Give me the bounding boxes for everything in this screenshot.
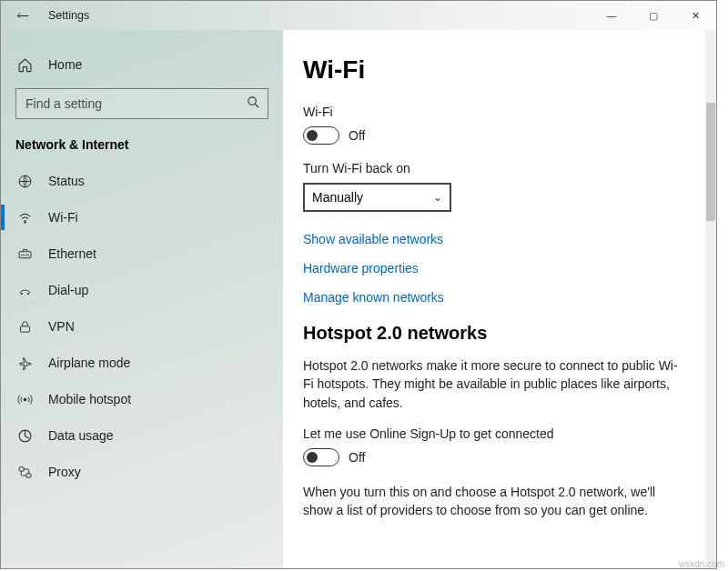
sidebar-item-hotspot[interactable]: Mobile hotspot xyxy=(1,381,283,417)
content-area: Home Network & Internet Status Wi-Fi xyxy=(1,30,716,568)
main-pane: Wi-Fi Wi-Fi Off Turn Wi-Fi back on Manua… xyxy=(283,30,716,568)
sidebar-item-proxy[interactable]: Proxy xyxy=(1,454,283,490)
svg-point-7 xyxy=(24,398,26,401)
minimize-button[interactable]: — xyxy=(591,1,632,30)
toggle-switch-icon xyxy=(303,126,339,145)
hotspot-icon xyxy=(15,392,34,407)
dropdown-value: Manually xyxy=(312,190,363,205)
chevron-down-icon: ⌄ xyxy=(433,191,442,204)
nav-home-label: Home xyxy=(48,57,82,72)
wifi-icon xyxy=(15,210,34,225)
sidebar-item-ethernet[interactable]: Ethernet xyxy=(1,235,283,272)
sidebar-item-dialup[interactable]: Dial-up xyxy=(1,272,283,308)
svg-point-2 xyxy=(24,221,25,222)
settings-window: 🡐 Settings — ▢ ✕ Home xyxy=(0,0,717,569)
sidebar-item-label: Dial-up xyxy=(48,283,88,297)
search-wrap xyxy=(15,88,268,119)
back-button[interactable]: 🡐 xyxy=(8,1,37,30)
sidebar-item-label: Status xyxy=(48,174,85,188)
wifi-toggle-state: Off xyxy=(349,128,365,143)
sidebar-item-airplane[interactable]: Airplane mode xyxy=(1,345,283,381)
maximize-button[interactable]: ▢ xyxy=(632,1,674,30)
page-title: Wi-Fi xyxy=(303,55,696,85)
vpn-icon xyxy=(15,319,34,335)
turn-back-label: Turn Wi-Fi back on xyxy=(303,161,696,175)
sidebar-item-label: Mobile hotspot xyxy=(48,392,131,406)
titlebar: 🡐 Settings — ▢ ✕ xyxy=(1,1,716,30)
signup-label: Let me use Online Sign-Up to get connect… xyxy=(303,426,696,441)
wifi-toggle[interactable]: Off xyxy=(303,126,696,145)
scrollbar-track[interactable] xyxy=(705,30,716,568)
window-title: Settings xyxy=(48,9,89,22)
turn-back-dropdown[interactable]: Manually ⌄ xyxy=(303,183,451,212)
sidebar-item-label: Wi-Fi xyxy=(48,210,78,225)
signup-toggle-state: Off xyxy=(349,450,365,465)
wifi-toggle-label: Wi-Fi xyxy=(303,105,696,119)
hotspot-heading: Hotspot 2.0 networks xyxy=(303,323,696,344)
dialup-icon xyxy=(15,283,34,298)
sidebar-item-label: Data usage xyxy=(48,428,114,443)
svg-rect-9 xyxy=(19,466,24,470)
sidebar-item-wifi[interactable]: Wi-Fi xyxy=(1,199,283,235)
sidebar-item-label: Proxy xyxy=(48,465,81,479)
close-button[interactable]: ✕ xyxy=(674,1,716,30)
svg-rect-6 xyxy=(20,326,29,331)
hotspot-description: Hotspot 2.0 networks make it more secure… xyxy=(303,356,685,412)
svg-point-4 xyxy=(21,293,22,294)
ethernet-icon xyxy=(15,246,34,262)
link-known-networks[interactable]: Manage known networks xyxy=(303,290,696,305)
sidebar-item-status[interactable]: Status xyxy=(1,163,283,199)
nav-home[interactable]: Home xyxy=(1,46,283,83)
sidebar-item-label: Airplane mode xyxy=(48,356,130,370)
sidebar: Home Network & Internet Status Wi-Fi xyxy=(1,30,283,568)
search-input[interactable] xyxy=(15,88,268,119)
sidebar-item-label: VPN xyxy=(48,319,75,334)
signup-toggle[interactable]: Off xyxy=(303,448,696,466)
minimize-icon: — xyxy=(607,10,617,21)
proxy-icon xyxy=(15,465,34,480)
sidebar-item-datausage[interactable]: Data usage xyxy=(1,417,283,454)
sidebar-item-vpn[interactable]: VPN xyxy=(1,308,283,345)
maximize-icon: ▢ xyxy=(649,10,658,22)
link-available-networks[interactable]: Show available networks xyxy=(303,232,696,246)
svg-point-5 xyxy=(27,293,28,294)
toggle-switch-icon xyxy=(303,448,339,466)
close-icon: ✕ xyxy=(692,10,700,22)
signup-description: When you turn this on and choose a Hotsp… xyxy=(303,483,685,520)
data-usage-icon xyxy=(15,428,34,444)
link-hardware-properties[interactable]: Hardware properties xyxy=(303,261,696,275)
airplane-icon xyxy=(15,356,34,371)
sidebar-category: Network & Internet xyxy=(1,132,283,163)
svg-rect-10 xyxy=(25,473,30,476)
svg-rect-3 xyxy=(19,251,31,257)
scrollbar-thumb[interactable] xyxy=(706,103,715,221)
watermark: wsxdn.com xyxy=(679,559,724,569)
sidebar-item-label: Ethernet xyxy=(48,246,96,261)
globe-icon xyxy=(15,174,34,189)
arrow-left-icon: 🡐 xyxy=(16,8,29,23)
home-icon xyxy=(15,57,34,73)
